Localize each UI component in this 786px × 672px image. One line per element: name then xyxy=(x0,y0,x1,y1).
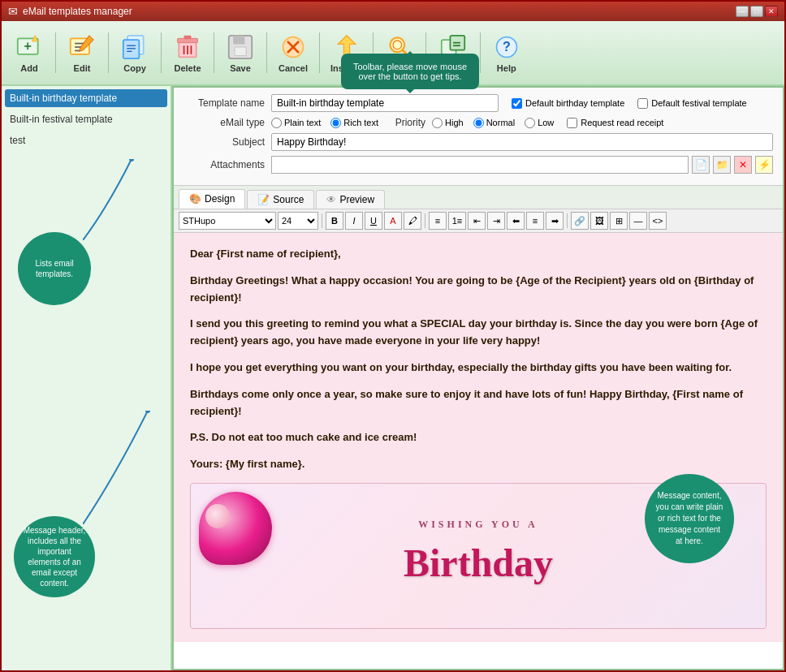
add-icon: + xyxy=(15,32,44,62)
table-button[interactable]: ⊞ xyxy=(610,212,628,230)
bold-button[interactable]: B xyxy=(326,212,343,230)
font-color-button[interactable]: A xyxy=(384,212,402,230)
content-para6: P.S. Do not eat too much cake and ice cr… xyxy=(190,429,767,446)
link-button[interactable]: 🔗 xyxy=(571,212,589,230)
subject-row: Subject xyxy=(184,133,773,151)
read-receipt-checkbox[interactable] xyxy=(567,118,577,128)
title-bar: ✉ eMail templates manager — □ ✕ xyxy=(2,2,784,21)
highlight-button[interactable]: 🖍 xyxy=(404,212,421,230)
add-button[interactable]: + Add xyxy=(6,25,52,80)
editor-content: Dear {First name of recipient}, Birthday… xyxy=(174,233,783,642)
high-radio-item: High xyxy=(432,118,464,128)
email-type-row: eMail type Plain text Rich text Priority xyxy=(184,117,773,128)
sep-9 xyxy=(480,32,481,73)
delete-button[interactable]: Delete xyxy=(165,25,210,80)
default-festival-checkbox[interactable] xyxy=(637,98,648,109)
delete-label: Delete xyxy=(174,63,201,73)
sidebar-tooltip-1: Lists email templates. xyxy=(18,232,91,305)
italic-button[interactable]: I xyxy=(345,212,363,230)
priority-label: Priority xyxy=(385,117,425,128)
font-family-select[interactable]: STHupo xyxy=(179,212,276,230)
svg-rect-9 xyxy=(123,40,140,58)
title-bar-controls: — □ ✕ xyxy=(736,6,778,17)
align-left-button[interactable]: ⬅ xyxy=(507,212,525,230)
rich-text-radio[interactable] xyxy=(330,118,341,128)
tab-source[interactable]: 📝 Source xyxy=(247,190,314,209)
editor-content-area[interactable]: Dear {First name of recipient}, Birthday… xyxy=(174,233,783,669)
email-type-radio-group: Plain text Rich text xyxy=(271,118,378,128)
tab-design-label: Design xyxy=(205,193,235,205)
attachments-field xyxy=(271,156,689,174)
main-content: Built-in birthday template Built-in fest… xyxy=(2,86,784,670)
close-button[interactable]: ✕ xyxy=(765,6,778,17)
high-label: High xyxy=(445,118,464,127)
unordered-list-button[interactable]: ≡ xyxy=(429,212,447,230)
cancel-button[interactable]: Cancel xyxy=(270,25,316,80)
sidebar-item-festival[interactable]: Built-in festival template xyxy=(5,110,167,128)
copy-label: Copy xyxy=(123,63,146,73)
attachments-clear-btn[interactable]: ⚡ xyxy=(755,156,773,174)
help-label: Help xyxy=(497,63,516,73)
align-right-button[interactable]: ➡ xyxy=(546,212,564,230)
tooltip2-connector xyxy=(83,411,164,524)
indent-less-button[interactable]: ⇤ xyxy=(468,212,486,230)
form-section: Template name Default birthday template … xyxy=(174,88,783,186)
normal-radio-item: Normal xyxy=(473,118,515,128)
editor-sep-1 xyxy=(322,213,322,228)
font-size-select[interactable]: 24 xyxy=(278,212,318,230)
attachments-delete-btn[interactable]: ✕ xyxy=(734,156,752,174)
normal-radio[interactable] xyxy=(473,118,484,128)
edit-label: Edit xyxy=(74,63,91,73)
high-radio[interactable] xyxy=(432,118,443,128)
default-festival-label: Default festival template xyxy=(651,98,746,108)
edit-button[interactable]: Edit xyxy=(59,25,105,80)
editor-sep-3 xyxy=(567,213,568,228)
right-panel: Template name Default birthday template … xyxy=(172,86,784,670)
plain-text-radio[interactable] xyxy=(271,118,282,128)
sep-1 xyxy=(55,32,56,73)
copy-button[interactable]: Copy xyxy=(112,25,158,80)
add-label: Add xyxy=(20,63,37,73)
template-name-input[interactable] xyxy=(271,94,499,112)
tab-design[interactable]: 🎨 Design xyxy=(179,189,245,209)
read-receipt-group: Request read receipt xyxy=(567,118,663,128)
copy-icon xyxy=(120,32,149,62)
subject-input[interactable] xyxy=(271,133,773,151)
attachments-folder-btn[interactable]: 📁 xyxy=(713,156,731,174)
svg-text:+: + xyxy=(24,39,32,53)
hr-button[interactable]: — xyxy=(629,212,647,230)
svg-text:?: ? xyxy=(503,40,511,54)
sidebar-item-test[interactable]: test xyxy=(5,131,167,149)
ordered-list-button[interactable]: 1≡ xyxy=(448,212,466,230)
default-birthday-label: Default birthday template xyxy=(525,98,624,108)
help-icon: ? xyxy=(492,32,521,62)
indent-more-button[interactable]: ⇥ xyxy=(487,212,505,230)
editor-tabs: 🎨 Design 📝 Source 👁 Preview xyxy=(174,186,783,209)
image-button[interactable]: 🖼 xyxy=(590,212,608,230)
low-radio-item: Low xyxy=(525,118,554,128)
sidebar-item-birthday[interactable]: Built-in birthday template xyxy=(5,89,167,107)
content-para4: I hope you get everything you want on yo… xyxy=(190,360,767,377)
underline-button[interactable]: U xyxy=(365,212,382,230)
minimize-button[interactable]: — xyxy=(736,6,749,17)
rose-decoration xyxy=(199,492,272,565)
source-button[interactable]: <> xyxy=(649,212,667,230)
editor-toolbar: STHupo 24 B I U A 🖍 ≡ 1≡ ⇤ ⇥ ⬅ ≡ ➡ xyxy=(174,209,783,233)
svg-rect-21 xyxy=(235,47,246,56)
svg-rect-20 xyxy=(233,36,244,45)
tab-preview[interactable]: 👁 Preview xyxy=(316,190,385,209)
maximize-button[interactable]: □ xyxy=(750,6,763,17)
align-center-button[interactable]: ≡ xyxy=(526,212,544,230)
content-tooltip-text: Message content, you can write plain or … xyxy=(654,490,724,547)
help-button[interactable]: ? Help xyxy=(484,25,529,80)
sep-6 xyxy=(319,32,320,73)
plain-text-label: Plain text xyxy=(284,118,321,127)
save-button[interactable]: Save xyxy=(218,25,263,80)
sep-4 xyxy=(214,32,214,73)
default-birthday-checkbox[interactable] xyxy=(512,98,522,109)
rich-text-label: Rich text xyxy=(343,118,378,127)
sep-3 xyxy=(161,32,162,73)
attachments-add-btn[interactable]: 📄 xyxy=(692,156,710,174)
plain-text-radio-item: Plain text xyxy=(271,118,321,128)
low-radio[interactable] xyxy=(525,118,535,128)
